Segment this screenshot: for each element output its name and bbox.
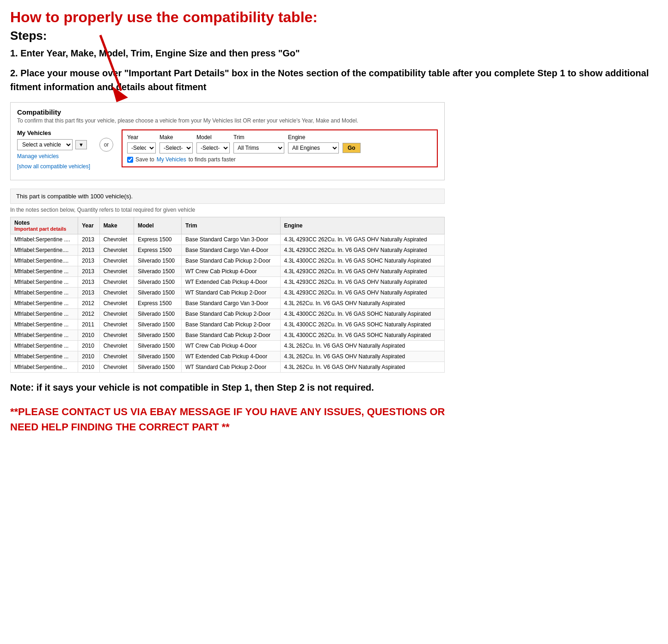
engine-select[interactable]: All Engines <box>288 142 339 153</box>
trim-label: Trim <box>233 134 284 141</box>
make-select[interactable]: -Select- <box>159 142 193 153</box>
table-row: Mfrlabel:Serpentine ...2010ChevroletSilv… <box>11 341 445 351</box>
cell-model: Silverado 1500 <box>134 319 181 330</box>
cell-year: 2011 <box>78 319 99 330</box>
cell-trim: Base Standard Cab Pickup 2-Door <box>182 309 281 319</box>
year-select[interactable]: -Select- <box>127 142 156 153</box>
compat-notice: This part is compatible with 1000 vehicl… <box>10 189 445 204</box>
cell-engine: 4.3L 4300CC 262Cu. In. V6 GAS SOHC Natur… <box>280 319 444 330</box>
compatibility-box: Compatibility To confirm that this part … <box>10 102 445 180</box>
cell-make: Chevrolet <box>99 309 134 319</box>
cell-engine: 4.3L 4293CC 262Cu. In. V6 GAS OHV Natura… <box>280 234 444 245</box>
my-vehicles-section: My Vehicles Select a vehicle ▼ Manage ve… <box>17 129 91 170</box>
cell-trim: WT Extended Cab Pickup 4-Door <box>182 351 281 362</box>
cell-notes: Mfrlabel:Serpentine ... <box>11 351 78 362</box>
table-row: Mfrlabel:Serpentine ...2011ChevroletSilv… <box>11 319 445 330</box>
cell-year: 2010 <box>78 330 99 341</box>
save-checkbox[interactable] <box>127 157 133 163</box>
table-body: Mfrlabel:Serpentine ....2013ChevroletExp… <box>11 234 445 373</box>
cell-make: Chevrolet <box>99 351 134 362</box>
col-header-model: Model <box>134 217 181 234</box>
my-vehicles-save-link[interactable]: My Vehicles <box>157 156 186 163</box>
ymte-labels: Year Make Model Trim Engine <box>127 134 432 141</box>
cell-engine: 4.3L 262Cu. In. V6 GAS OHV Naturally Asp… <box>280 341 444 351</box>
cell-trim: WT Standard Cab Pickup 2-Door <box>182 362 281 373</box>
col-header-year: Year <box>78 217 99 234</box>
cell-make: Chevrolet <box>99 277 134 288</box>
cell-engine: 4.3L 262Cu. In. V6 GAS OHV Naturally Asp… <box>280 362 444 373</box>
table-row: Mfrlabel:Serpentine ...2012ChevroletSilv… <box>11 309 445 319</box>
cell-year: 2013 <box>78 277 99 288</box>
cell-notes: Mfrlabel:Serpentine ... <box>11 309 78 319</box>
model-label: Model <box>196 134 230 141</box>
cell-year: 2013 <box>78 266 99 277</box>
cell-make: Chevrolet <box>99 266 134 277</box>
table-row: Mfrlabel:Serpentine ...2010ChevroletSilv… <box>11 351 445 362</box>
cell-notes: Mfrlabel:Serpentine .... <box>11 234 78 245</box>
cell-model: Silverado 1500 <box>134 362 181 373</box>
cell-notes: Mfrlabel:Serpentine ... <box>11 319 78 330</box>
cell-year: 2013 <box>78 245 99 256</box>
cell-trim: WT Extended Cab Pickup 4-Door <box>182 277 281 288</box>
table-row: Mfrlabel:Serpentine ...2013ChevroletSilv… <box>11 288 445 298</box>
cell-model: Express 1500 <box>134 245 181 256</box>
cell-model: Silverado 1500 <box>134 309 181 319</box>
cell-trim: Base Standard Cargo Van 3-Door <box>182 234 281 245</box>
model-select[interactable]: -Select- <box>196 142 230 153</box>
cell-make: Chevrolet <box>99 319 134 330</box>
cell-notes: Mfrlabel:Serpentine.... <box>11 256 78 266</box>
table-row: Mfrlabel:Serpentine ...2013ChevroletSilv… <box>11 277 445 288</box>
cell-trim: Base Standard Cab Pickup 2-Door <box>182 330 281 341</box>
cell-year: 2012 <box>78 298 99 309</box>
cell-model: Express 1500 <box>134 298 181 309</box>
cell-year: 2013 <box>78 288 99 298</box>
table-row: Mfrlabel:Serpentine ...2013ChevroletSilv… <box>11 266 445 277</box>
cell-notes: Mfrlabel:Serpentine... <box>11 362 78 373</box>
cell-make: Chevrolet <box>99 245 134 256</box>
main-title: How to properly use the compatibility ta… <box>10 8 658 26</box>
cell-trim: Base Standard Cab Pickup 2-Door <box>182 319 281 330</box>
vehicle-select[interactable]: Select a vehicle <box>17 139 73 150</box>
cell-trim: WT Standard Cab Pickup 2-Door <box>182 288 281 298</box>
cell-engine: 4.3L 262Cu. In. V6 GAS OHV Naturally Asp… <box>280 351 444 362</box>
cell-engine: 4.3L 4300CC 262Cu. In. V6 GAS SOHC Natur… <box>280 256 444 266</box>
cell-engine: 4.3L 4293CC 262Cu. In. V6 GAS OHV Natura… <box>280 245 444 256</box>
cell-engine: 4.3L 4300CC 262Cu. In. V6 GAS SOHC Natur… <box>280 330 444 341</box>
cell-engine: 4.3L 4293CC 262Cu. In. V6 GAS OHV Natura… <box>280 277 444 288</box>
my-vehicles-label: My Vehicles <box>17 129 91 136</box>
cell-model: Silverado 1500 <box>134 266 181 277</box>
cell-notes: Mfrlabel:Serpentine.... <box>11 245 78 256</box>
manage-vehicles-link[interactable]: Manage vehicles <box>17 153 91 159</box>
cell-notes: Mfrlabel:Serpentine ... <box>11 266 78 277</box>
col-header-notes: Notes Important part details <box>11 217 78 234</box>
cell-engine: 4.3L 4293CC 262Cu. In. V6 GAS OHV Natura… <box>280 288 444 298</box>
table-row: Mfrlabel:Serpentine....2013ChevroletExpr… <box>11 245 445 256</box>
cell-trim: Base Standard Cargo Van 3-Door <box>182 298 281 309</box>
show-all-link[interactable]: [show all compatible vehicles] <box>17 163 90 170</box>
dropdown-arrow-icon[interactable]: ▼ <box>75 140 87 149</box>
step1-text: 1. Enter Year, Make, Model, Trim, Engine… <box>10 47 658 60</box>
cell-notes: Mfrlabel:Serpentine ... <box>11 298 78 309</box>
or-circle: or <box>99 138 113 152</box>
compat-title: Compatibility <box>17 108 438 116</box>
col-header-trim: Trim <box>182 217 281 234</box>
cell-notes: Mfrlabel:Serpentine ... <box>11 330 78 341</box>
arrow-compat-wrapper: Compatibility To confirm that this part … <box>10 102 445 373</box>
cell-year: 2013 <box>78 256 99 266</box>
cell-model: Silverado 1500 <box>134 330 181 341</box>
table-row: Mfrlabel:Serpentine ...2012ChevroletExpr… <box>11 298 445 309</box>
vehicle-select-row: Select a vehicle ▼ <box>17 139 91 150</box>
trim-select[interactable]: All Trims <box>233 142 284 153</box>
cell-notes: Mfrlabel:Serpentine ... <box>11 277 78 288</box>
table-header-row: Notes Important part details Year Make M… <box>11 217 445 234</box>
step2-text: 2. Place your mouse over "Important Part… <box>10 66 658 94</box>
cell-model: Silverado 1500 <box>134 256 181 266</box>
table-row: Mfrlabel:Serpentine ....2013ChevroletExp… <box>11 234 445 245</box>
cell-make: Chevrolet <box>99 330 134 341</box>
go-button[interactable]: Go <box>343 143 361 153</box>
steps-heading: Steps: <box>10 29 658 43</box>
cell-year: 2013 <box>78 234 99 245</box>
cell-trim: WT Crew Cab Pickup 4-Door <box>182 341 281 351</box>
cell-trim: WT Crew Cab Pickup 4-Door <box>182 266 281 277</box>
cell-year: 2010 <box>78 341 99 351</box>
